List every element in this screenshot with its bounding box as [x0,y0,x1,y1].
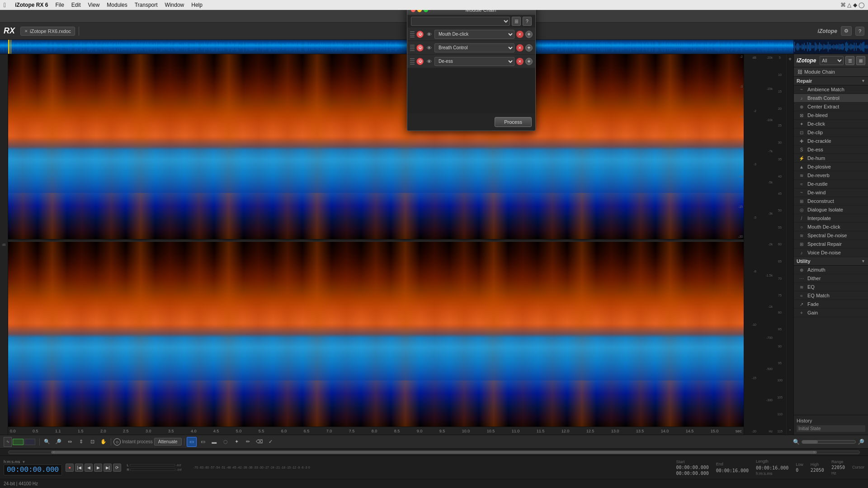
edit-menu[interactable]: Edit [71,2,81,8]
play-back-btn[interactable]: ◀ [85,464,93,472]
module-power-1[interactable]: ⏻ [416,31,424,38]
sidebar-item-breath-control[interactable]: ♪ Breath Control [794,94,868,103]
module-eye-2[interactable]: 👁 [425,44,433,52]
file-menu[interactable]: File [55,2,64,8]
help-menu[interactable]: Help [191,2,203,8]
zoom-fit-v[interactable]: ⇕ [76,437,86,447]
sidebar-item-de-clip[interactable]: ⊡ De-clip [794,128,868,137]
repair-section-header[interactable]: Repair ▼ [794,77,868,85]
spectrogram-bottom[interactable] [8,242,744,427]
sidebar-item-voice-de-noise[interactable]: ♪ Voice De-noise [794,249,868,257]
spec-zoom-out[interactable]: 🔎 [858,439,864,445]
transport-menu[interactable]: Transport [135,2,158,8]
modules-menu[interactable]: Modules [107,2,127,8]
sidebar-item-de-click[interactable]: ✦ De-click [794,120,868,128]
file-tab[interactable]: ✕ iZotope RX6.rxdoc [20,27,75,36]
sidebar-item-de-ess[interactable]: S De-ess [794,145,868,154]
module-power-3[interactable]: ⏻ [416,58,424,65]
module-remove-2[interactable]: ✕ [516,44,524,52]
sidebar-item-deconstruct[interactable]: ⊞ Deconstruct [794,197,868,206]
zoom-fit-h[interactable]: ⇔ [65,437,75,447]
scrollbar-area[interactable]: < > [0,448,868,455]
module-eye-1[interactable]: 👁 [425,31,433,38]
spectrogram-top[interactable]: -2-3-5-8 -10-15-20 [8,54,744,240]
sidebar-item-ambience-match[interactable]: ~ Ambience Match [794,85,868,94]
module-remove-3[interactable]: ✕ [516,58,524,65]
time-format-selector[interactable]: h:m:s.ms ▼ [4,460,62,464]
zoom-in-btn[interactable]: + [788,56,792,62]
sidebar-item-dither[interactable]: ⋯ Dither [794,274,868,283]
zoom-magnify-remove[interactable]: 🔎 [53,437,63,447]
help-btn[interactable]: ? [855,27,864,36]
waveform-mode-btn[interactable]: ∿ [4,437,12,447]
sidebar-item-spectral-de-noise[interactable]: ≋ Spectral De-noise [794,231,868,240]
loop-btn[interactable]: ⟳ [113,464,121,472]
process-btn[interactable]: Process [495,117,532,127]
sidebar-item-eq-match[interactable]: ≈ EQ Match [794,291,868,300]
brush-tool[interactable]: ✓ [266,437,276,447]
sidebar-item-dialogue-isolate[interactable]: ◎ Dialogue Isolate [794,206,868,214]
sel-rect-tool[interactable]: ▭ [187,437,197,447]
sidebar-item-de-bleed[interactable]: ⊠ De-bleed [794,111,868,120]
attenuate-btn[interactable]: Attenuate [154,438,182,446]
lasso-tool[interactable]: ◌ [221,437,231,447]
hand-tool[interactable]: ✋ [99,437,108,447]
module-chain-dropdown[interactable] [411,17,510,26]
sidebar-item-de-rustle[interactable]: ≈ De-rustle [794,180,868,188]
module-grip-2[interactable] [410,45,415,51]
app-menu[interactable]: iZotope RX 6 [15,2,48,8]
sidebar-item-de-hum[interactable]: ⚡ De-hum [794,154,868,163]
module-add-2[interactable]: + [525,44,533,52]
utility-section-header[interactable]: Utility ▼ [794,257,868,266]
module-eye-3[interactable]: 👁 [425,58,433,65]
zoom-out-btn[interactable]: - [789,427,791,433]
sidebar-item-interpolate[interactable]: / Interpolate [794,214,868,223]
zoom-sel[interactable]: ⊡ [87,437,97,447]
sidebar-list-btn[interactable]: ☰ [845,56,854,65]
mc-list-btn[interactable]: ☰ [512,17,521,26]
module-name-dropdown-1[interactable]: Mouth De-click [434,30,514,39]
sidebar-item-de-wind[interactable]: ~ De-wind [794,188,868,197]
sidebar-item-mouth-de-click[interactable]: ○ Mouth De-click [794,223,868,231]
sel-time-tool[interactable]: ▭ [198,437,208,447]
sidebar-filter-dropdown[interactable]: All Repair Utility [820,56,844,65]
pencil-tool[interactable]: ✏ [243,437,253,447]
zoom-magnify-add[interactable]: 🔍 [42,437,52,447]
sidebar-item-de-crackle[interactable]: ✚ De-crackle [794,137,868,145]
go-start-btn[interactable]: |◀ [75,464,83,472]
module-name-dropdown-3[interactable]: De-ess [434,57,514,66]
eraser-tool[interactable]: ⌫ [255,437,264,447]
view-menu[interactable]: View [88,2,100,8]
record-btn[interactable]: ● [66,464,74,472]
sidebar-item-gain[interactable]: + Gain [794,309,868,317]
module-add-3[interactable]: + [525,58,533,65]
module-remove-1[interactable]: ✕ [516,31,524,38]
module-power-2[interactable]: ⏻ [416,44,424,52]
sidebar-item-fade[interactable]: ↗ Fade [794,300,868,309]
tab-close-icon[interactable]: ✕ [24,29,28,33]
sidebar-item-center-extract[interactable]: ⊕ Center Extract [794,103,868,111]
play-end-btn[interactable]: ▶| [104,464,112,472]
sidebar-item-de-plosive[interactable]: ▲ De-plosive [794,163,868,171]
module-grip-3[interactable] [410,58,415,65]
sidebar-item-azimuth[interactable]: ⊕ Azimuth [794,266,868,274]
sidebar-item-spectral-repair[interactable]: ⊞ Spectral Repair [794,240,868,249]
sidebar-grid-btn[interactable]: ⊞ [856,56,865,65]
instant-process-toggle[interactable]: ○ [113,438,121,446]
window-menu[interactable]: Window [165,2,184,8]
module-grip-1[interactable] [410,31,415,38]
zoom-slider[interactable] [802,440,856,444]
magic-wand-tool[interactable]: ✦ [232,437,242,447]
settings-btn[interactable]: ⚙ [841,26,852,36]
sel-freq-tool[interactable]: ▬ [209,437,219,447]
history-item-initial[interactable]: Initial State [797,425,865,432]
mc-help-btn[interactable]: ? [523,17,532,26]
sidebar-item-de-reverb[interactable]: ≋ De-reverb [794,171,868,180]
spec-zoom-in[interactable]: 🔍 [793,439,800,445]
module-add-1[interactable]: + [525,31,533,38]
play-btn[interactable]: ▶ [94,464,102,472]
module-name-dropdown-2[interactable]: Breath Control [434,43,514,52]
sidebar-item-eq[interactable]: ≋ EQ [794,283,868,291]
scrollbar-thumb[interactable]: < > [51,451,817,454]
apple-menu[interactable]:  [4,1,6,9]
